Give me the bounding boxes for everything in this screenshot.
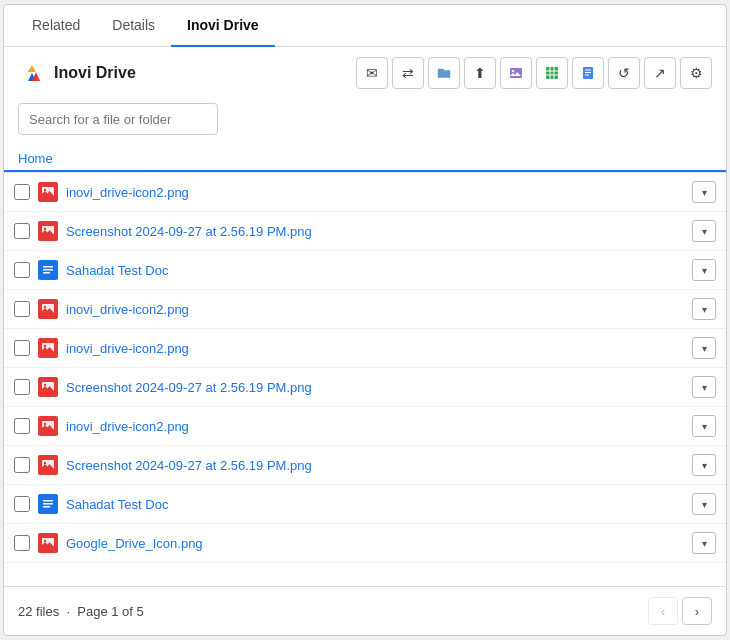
- settings-button[interactable]: ⚙: [680, 57, 712, 89]
- main-window: Related Details Inovi Drive Inovi Drive …: [3, 4, 727, 636]
- file-checkbox[interactable]: [14, 223, 30, 239]
- file-action-dropdown-button[interactable]: ▾: [692, 532, 716, 554]
- tab-bar: Related Details Inovi Drive: [4, 5, 726, 47]
- home-label: Home: [4, 145, 726, 172]
- file-type-icon: [38, 455, 58, 475]
- svg-point-35: [44, 423, 46, 425]
- prev-page-button[interactable]: ‹: [648, 597, 678, 625]
- file-action-dropdown-button[interactable]: ▾: [692, 181, 716, 203]
- email-button[interactable]: ✉: [356, 57, 388, 89]
- svg-point-19: [44, 228, 46, 230]
- svg-point-32: [44, 384, 46, 386]
- file-type-icon: [38, 533, 58, 553]
- file-row: Screenshot 2024-09-27 at 2.56.19 PM.png▾: [4, 368, 726, 407]
- file-row: Google_Drive_Icon.png▾: [4, 524, 726, 563]
- file-type-icon: [38, 416, 58, 436]
- svg-point-16: [44, 189, 46, 191]
- file-type-icon: [38, 182, 58, 202]
- file-name[interactable]: Sahadat Test Doc: [66, 497, 684, 512]
- file-name[interactable]: inovi_drive-icon2.png: [66, 419, 684, 434]
- tab-details[interactable]: Details: [96, 5, 171, 47]
- docs-button[interactable]: [572, 57, 604, 89]
- svg-rect-42: [43, 506, 50, 508]
- footer: 22 files · Page 1 of 5 ‹ ›: [4, 586, 726, 635]
- svg-rect-22: [43, 269, 53, 271]
- file-checkbox[interactable]: [14, 262, 30, 278]
- file-row: Sahadat Test Doc▾: [4, 485, 726, 524]
- svg-rect-21: [43, 266, 53, 268]
- drive-title: Inovi Drive: [54, 64, 136, 82]
- file-name[interactable]: Screenshot 2024-09-27 at 2.56.19 PM.png: [66, 458, 684, 473]
- file-checkbox[interactable]: [14, 535, 30, 551]
- file-checkbox[interactable]: [14, 301, 30, 317]
- file-name[interactable]: Screenshot 2024-09-27 at 2.56.19 PM.png: [66, 224, 684, 239]
- search-area: [4, 99, 726, 145]
- svg-rect-41: [43, 503, 53, 505]
- file-action-dropdown-button[interactable]: ▾: [692, 259, 716, 281]
- file-type-icon: [38, 494, 58, 514]
- file-action-dropdown-button[interactable]: ▾: [692, 337, 716, 359]
- file-count: 22 files · Page 1 of 5: [18, 604, 144, 619]
- file-action-dropdown-button[interactable]: ▾: [692, 298, 716, 320]
- file-checkbox[interactable]: [14, 457, 30, 473]
- search-input[interactable]: [18, 103, 218, 135]
- file-checkbox[interactable]: [14, 496, 30, 512]
- file-name[interactable]: inovi_drive-icon2.png: [66, 302, 684, 317]
- svg-point-26: [44, 306, 46, 308]
- file-name[interactable]: inovi_drive-icon2.png: [66, 185, 684, 200]
- svg-point-29: [44, 345, 46, 347]
- file-row: Screenshot 2024-09-27 at 2.56.19 PM.png▾: [4, 446, 726, 485]
- file-type-icon: [38, 377, 58, 397]
- svg-rect-40: [43, 500, 53, 502]
- file-name[interactable]: inovi_drive-icon2.png: [66, 341, 684, 356]
- toolbar: ✉ ⇄ ⬆: [356, 57, 712, 89]
- file-action-dropdown-button[interactable]: ▾: [692, 415, 716, 437]
- file-action-dropdown-button[interactable]: ▾: [692, 493, 716, 515]
- file-action-dropdown-button[interactable]: ▾: [692, 376, 716, 398]
- sync-button[interactable]: ↺: [608, 57, 640, 89]
- file-name[interactable]: Sahadat Test Doc: [66, 263, 684, 278]
- file-row: inovi_drive-icon2.png▾: [4, 329, 726, 368]
- file-type-icon: [38, 338, 58, 358]
- pagination: ‹ ›: [648, 597, 712, 625]
- open-external-button[interactable]: ↗: [644, 57, 676, 89]
- svg-point-38: [44, 462, 46, 464]
- drive-header: Inovi Drive ✉ ⇄ ⬆: [4, 47, 726, 99]
- file-row: inovi_drive-icon2.png▾: [4, 173, 726, 212]
- file-checkbox[interactable]: [14, 418, 30, 434]
- svg-rect-23: [43, 272, 50, 274]
- inovi-logo-icon: [18, 59, 46, 87]
- file-action-dropdown-button[interactable]: ▾: [692, 454, 716, 476]
- file-row: Screenshot 2024-09-27 at 2.56.19 PM.png▾: [4, 212, 726, 251]
- tab-related[interactable]: Related: [16, 5, 96, 47]
- file-type-icon: [38, 260, 58, 280]
- file-row: Sahadat Test Doc▾: [4, 251, 726, 290]
- next-page-button[interactable]: ›: [682, 597, 712, 625]
- svg-rect-3: [510, 68, 522, 78]
- image-button[interactable]: [500, 57, 532, 89]
- folder-button[interactable]: [428, 57, 460, 89]
- file-row: inovi_drive-icon2.png▾: [4, 290, 726, 329]
- file-type-icon: [38, 221, 58, 241]
- file-row: inovi_drive-icon2.png▾: [4, 407, 726, 446]
- sheets-button[interactable]: [536, 57, 568, 89]
- file-checkbox[interactable]: [14, 340, 30, 356]
- upload-button[interactable]: ⬆: [464, 57, 496, 89]
- file-name[interactable]: Google_Drive_Icon.png: [66, 536, 684, 551]
- file-action-dropdown-button[interactable]: ▾: [692, 220, 716, 242]
- file-checkbox[interactable]: [14, 184, 30, 200]
- file-checkbox[interactable]: [14, 379, 30, 395]
- file-list: inovi_drive-icon2.png▾ Screenshot 2024-0…: [4, 172, 726, 586]
- svg-rect-5: [546, 67, 558, 79]
- refresh-button[interactable]: ⇄: [392, 57, 424, 89]
- file-type-icon: [38, 299, 58, 319]
- tab-inovi-drive[interactable]: Inovi Drive: [171, 5, 275, 47]
- svg-point-45: [44, 540, 46, 542]
- drive-logo: Inovi Drive: [18, 59, 136, 87]
- svg-point-4: [512, 70, 514, 72]
- file-name[interactable]: Screenshot 2024-09-27 at 2.56.19 PM.png: [66, 380, 684, 395]
